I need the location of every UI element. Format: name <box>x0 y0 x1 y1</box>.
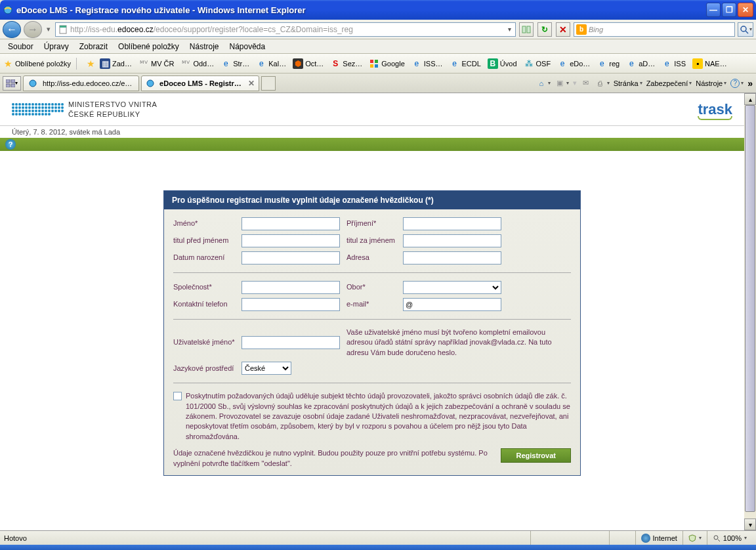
fav-edo[interactable]: eeDo… <box>555 57 592 70</box>
read-mail-button[interactable]: ✉ <box>581 78 591 89</box>
fav-iss2[interactable]: eISS <box>660 57 688 70</box>
fav-oct[interactable]: ⬢Oct… <box>291 57 326 70</box>
label-telefon: Kontaktní telefon <box>173 300 235 308</box>
label-uzjmeno: Uživatelské jméno* <box>173 338 235 347</box>
search-placeholder: Bing <box>589 26 603 33</box>
svg-line-18 <box>718 539 720 541</box>
vertical-scrollbar[interactable]: ▴ ▾ <box>744 93 756 530</box>
fav-ad[interactable]: eaD… <box>624 57 657 70</box>
scroll-down-button[interactable]: ▾ <box>744 518 756 530</box>
menu-upravy[interactable]: Úpravy <box>39 40 74 53</box>
svg-point-15 <box>30 80 36 87</box>
nav-history-dropdown[interactable]: ▾ <box>45 25 52 33</box>
fav-ecdl[interactable]: eECDL <box>448 57 483 70</box>
scroll-thumb[interactable] <box>745 105 755 512</box>
stop-button[interactable]: ✕ <box>556 22 570 37</box>
menu-soubor[interactable]: Soubor <box>3 40 39 53</box>
input-datum[interactable] <box>242 251 340 264</box>
consent-checkbox[interactable] <box>173 392 182 400</box>
help-button[interactable]: ?▾ <box>730 79 744 88</box>
input-email[interactable] <box>403 298 501 311</box>
svg-rect-10 <box>375 64 378 68</box>
status-text: Hotovo <box>4 534 530 542</box>
tab-2-active[interactable]: eDoceo LMS - Registrace … ✕ <box>141 75 259 91</box>
consent-text: Poskytnutím požadovaných údajů uděluje s… <box>186 391 571 442</box>
fav-google[interactable]: Google <box>367 57 406 70</box>
safety-menu[interactable]: Zabezpečení▾ <box>646 79 692 87</box>
label-prijmeni: Příjmení* <box>346 219 396 228</box>
tab-close-icon[interactable]: ✕ <box>248 79 255 88</box>
fav-zad[interactable]: ▦Zad… <box>98 57 134 70</box>
fav-nae[interactable]: ▪NAE… <box>690 57 729 70</box>
menu-napoveda[interactable]: Nápověda <box>224 40 271 53</box>
input-telefon[interactable] <box>242 298 340 311</box>
menu-bar: Soubor Úpravy Zobrazit Oblíbené položky … <box>0 39 756 54</box>
label-jmeno: Jméno* <box>173 219 235 228</box>
zoom-control[interactable]: 100% ▾ <box>707 531 752 545</box>
fav-iss[interactable]: eISS… <box>410 57 445 70</box>
tools-menu[interactable]: Nástroje▾ <box>696 79 726 87</box>
address-bar[interactable]: http://iss-edu.edoceo.cz/edoceo/support/… <box>55 22 516 37</box>
back-button[interactable]: ← <box>3 21 21 38</box>
bing-icon: b <box>576 24 587 35</box>
new-tab-button[interactable] <box>261 76 276 91</box>
quick-tabs-button[interactable]: ▾ <box>3 76 21 91</box>
label-adresa: Adresa <box>346 253 396 262</box>
nav-toolbar: ← → ▾ http://iss-edu.edoceo.cz/edoceo/su… <box>0 20 756 39</box>
fav-kal[interactable]: eKal… <box>254 57 288 70</box>
search-box[interactable]: b Bing <box>574 22 735 37</box>
protected-mode[interactable]: ▾ <box>682 531 707 545</box>
refresh-button[interactable]: ↻ <box>537 22 552 37</box>
fav-sez[interactable]: SSez… <box>328 57 364 70</box>
select-jazyk[interactable]: České <box>242 362 291 375</box>
compat-view-button[interactable] <box>519 22 534 37</box>
fav-odd[interactable]: ᴹⱽOdd… <box>178 57 216 70</box>
fav-reg[interactable]: ereg <box>595 57 621 70</box>
feeds-button[interactable]: ▣▾ <box>555 78 569 89</box>
input-adresa[interactable] <box>403 251 501 264</box>
page-icon <box>58 24 68 35</box>
print-button[interactable]: ⎙▾ <box>595 78 610 89</box>
menu-oblibene[interactable]: Oblíbené položky <box>113 40 184 53</box>
register-button[interactable]: Registrovat <box>501 448 571 463</box>
fav-osf[interactable]: ⁂OSF <box>522 57 553 70</box>
menu-zobrazit[interactable]: Zobrazit <box>74 40 113 53</box>
windows-taskbar[interactable] <box>0 545 756 550</box>
close-button[interactable]: ✕ <box>738 3 753 17</box>
menu-nastroje[interactable]: Nástroje <box>184 40 224 53</box>
registration-form: Pro úspěšnou registraci musíte vyplnit ú… <box>163 190 581 476</box>
search-go-button[interactable]: ▾ <box>738 22 753 37</box>
input-spolecnost[interactable] <box>242 281 340 294</box>
label-jazyk: Jazykové prostředí <box>173 364 235 373</box>
maximize-button[interactable]: ❐ <box>722 3 736 17</box>
page-menu[interactable]: Stránka▾ <box>614 79 642 87</box>
favorites-star-icon[interactable]: ★ <box>4 58 12 69</box>
url-text[interactable]: http://iss-edu.edoceo.cz/edoceo/support/… <box>70 25 506 34</box>
input-titul-pred[interactable] <box>242 234 340 247</box>
fav-mvcr[interactable]: ᴹⱽMV ČR <box>136 57 176 70</box>
trask-logo: trask <box>698 101 732 118</box>
favorites-label[interactable]: Oblíbené položky <box>15 60 71 68</box>
forward-button[interactable]: → <box>24 21 42 38</box>
home-button[interactable]: ⌂▾ <box>536 78 551 89</box>
fav-str[interactable]: eStr… <box>219 57 251 70</box>
toolbar-overflow[interactable]: » <box>747 78 753 89</box>
svg-rect-13 <box>6 84 10 87</box>
select-obor[interactable] <box>403 281 501 294</box>
input-jmeno[interactable] <box>242 217 340 230</box>
address-dropdown[interactable]: ▾ <box>506 26 513 33</box>
svg-rect-7 <box>370 60 373 63</box>
input-titul-za[interactable] <box>403 234 501 247</box>
tab-1[interactable]: http://iss-edu.edoceo.cz/ed… <box>23 75 139 91</box>
minimize-button[interactable]: — <box>706 3 721 17</box>
input-uzjmeno[interactable] <box>242 336 340 349</box>
add-favorite-icon[interactable]: ★ <box>87 58 95 69</box>
help-icon[interactable]: ? <box>5 139 16 150</box>
input-prijmeni[interactable] <box>403 217 501 230</box>
fav-uvod[interactable]: BÚvod <box>486 57 519 70</box>
svg-rect-9 <box>370 64 373 68</box>
status-empty1 <box>530 531 609 545</box>
status-zone[interactable]: Internet <box>635 531 682 545</box>
scroll-up-button[interactable]: ▴ <box>744 93 756 105</box>
label-titul-pred: titul před jménem <box>173 236 235 245</box>
